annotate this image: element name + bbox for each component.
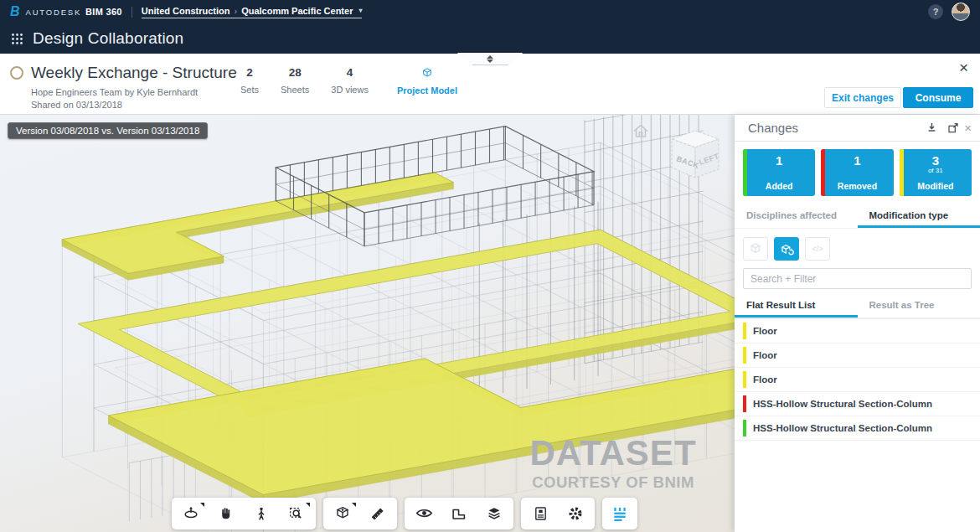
breadcrumb-item[interactable]: Qualcomm Pacific Center: [241, 6, 353, 16]
divider: [132, 7, 132, 18]
exchange-shared-date: Shared on 03/13/2018: [31, 99, 198, 111]
display-tool-group: [405, 498, 513, 529]
changes-panel: Changes ×: [735, 115, 980, 532]
code-icon: </>: [812, 245, 823, 253]
item-label: Floor: [753, 326, 777, 336]
stat-sheets[interactable]: 28 Sheets: [281, 66, 309, 95]
autodesk-logo-icon: B: [10, 5, 20, 18]
breadcrumb-project[interactable]: United Construction: [142, 6, 230, 16]
modified-label: Modified: [917, 181, 953, 191]
list-item[interactable]: Floor: [735, 319, 980, 343]
changes-panel-header: Changes ×: [735, 115, 980, 141]
view-cube[interactable]: BACK LEFT: [662, 127, 729, 187]
cube-icon: [420, 66, 434, 80]
stat-sets[interactable]: 2 Sets: [240, 66, 259, 95]
visibility-button[interactable]: [406, 499, 441, 528]
expand-icon[interactable]: [946, 121, 960, 135]
exchange-meta: Hope Engineers Team by Kyle Bernhardt Sh…: [31, 86, 198, 111]
chevron-up-icon: [487, 55, 493, 59]
list-item[interactable]: HSS-Hollow Structural Section-Column: [735, 416, 980, 441]
list-item[interactable]: HSS-Hollow Structural Section-Column: [735, 392, 980, 416]
modified-sub: of 31: [928, 167, 943, 174]
model-views-button[interactable]: [325, 499, 360, 528]
download-icon[interactable]: [925, 121, 939, 135]
exchange-header: Weekly Exchange - Structure Hope Enginee…: [0, 54, 980, 115]
exchange-team: Hope Engineers Team by Kyle Bernhardt: [31, 86, 198, 99]
main-area: Version 03/08/2018 vs. Version 03/13/201…: [0, 115, 980, 532]
orbit-button[interactable]: [173, 499, 209, 528]
tab-modification-type[interactable]: Modification type: [858, 204, 980, 228]
modified-stripe: [743, 371, 746, 388]
stat-sets-value: 2: [240, 66, 259, 82]
removed-count: 1: [854, 155, 860, 167]
tab-disciplines-affected[interactable]: Disciplines affected: [735, 204, 858, 228]
changes-tool-group: [602, 498, 637, 529]
tab-flat-result-list[interactable]: Flat Result List: [735, 294, 858, 318]
geometry-unchanged-filter-button[interactable]: [743, 237, 768, 261]
zoom-window-button[interactable]: [279, 499, 314, 528]
list-item[interactable]: Floor: [735, 343, 980, 368]
topbar-right: ?: [928, 3, 970, 21]
removed-card[interactable]: 1 Removed: [821, 149, 893, 196]
view-tool-group: [323, 498, 397, 529]
dataset-watermark: DATASET COURTESY OF BNIM: [503, 436, 723, 492]
parameters-changed-filter-button[interactable]: </>: [805, 237, 830, 261]
pan-button[interactable]: [209, 499, 244, 528]
modified-count: 3: [932, 155, 939, 167]
settings-gear-icon[interactable]: [558, 499, 593, 528]
layers-button[interactable]: [477, 499, 512, 528]
flyout-triangle-icon: [352, 503, 356, 507]
top-bar: B AUTODESK BIM 360 United Construction ›…: [0, 0, 980, 23]
brand-label: AUTODESK: [26, 8, 82, 17]
breadcrumb[interactable]: United Construction › Qualcomm Pacific C…: [142, 6, 363, 18]
exchange-title: Weekly Exchange - Structure: [31, 64, 237, 82]
geometry-changed-filter-button[interactable]: [774, 237, 799, 261]
product-label: BIM 360: [85, 7, 122, 17]
viewer-toolbar: [172, 498, 637, 529]
exchange-actions: Exit changes Consume: [824, 87, 973, 108]
collapse-handle[interactable]: [457, 53, 523, 65]
model-viewport[interactable]: Version 03/08/2018 vs. Version 03/13/201…: [0, 115, 735, 532]
stat-3d-views[interactable]: 4 3D views: [331, 66, 369, 95]
changes-panel-title: Changes: [748, 121, 917, 135]
app-bar: Design Collaboration: [0, 23, 980, 54]
filter-tabs: Disciplines affected Modification type: [735, 204, 980, 229]
properties-button[interactable]: [523, 499, 558, 528]
modified-stripe: [900, 149, 904, 196]
measure-button[interactable]: [360, 499, 395, 528]
help-icon[interactable]: ?: [928, 4, 943, 19]
section-button[interactable]: [441, 499, 477, 528]
changes-list-button[interactable]: [604, 499, 636, 528]
breadcrumb-separator: ›: [234, 6, 237, 16]
added-card[interactable]: 1 Added: [743, 149, 815, 196]
close-icon[interactable]: ×: [959, 59, 968, 75]
chevron-down-icon[interactable]: ▾: [358, 7, 362, 14]
apps-grid-icon[interactable]: [11, 33, 23, 45]
page-title: Design Collaboration: [33, 29, 183, 48]
modified-stripe: [743, 323, 746, 339]
modification-type-filters: </>: [735, 229, 980, 268]
version-compare-badge: Version 03/08/2018 vs. Version 03/13/201…: [8, 122, 208, 139]
stat-sheets-value: 28: [281, 66, 309, 82]
home-icon[interactable]: [630, 121, 652, 142]
removed-stripe: [821, 149, 825, 196]
removed-stripe: [743, 395, 746, 412]
stat-sets-label: Sets: [240, 85, 259, 95]
close-icon[interactable]: ×: [964, 121, 972, 134]
stat-sheets-label: Sheets: [281, 85, 309, 95]
avatar[interactable]: [952, 3, 970, 21]
flyout-triangle-icon: [200, 503, 204, 507]
tab-result-as-tree[interactable]: Result as Tree: [858, 294, 980, 318]
consume-button[interactable]: Consume: [903, 87, 973, 108]
first-person-button[interactable]: [244, 499, 279, 528]
list-item[interactable]: Floor: [735, 368, 980, 392]
modified-card[interactable]: 3 of 31 Modified: [900, 149, 972, 196]
search-input[interactable]: [743, 268, 972, 289]
change-summary-cards: 1 Added 1 Removed 3 of 31 Modified: [735, 142, 980, 204]
search-area: [735, 268, 980, 289]
project-model-link[interactable]: Project Model: [397, 66, 457, 96]
result-list: Floor Floor Floor HSS-Hollow Structural …: [735, 318, 980, 441]
exit-changes-button[interactable]: Exit changes: [824, 87, 901, 108]
stat-3d-views-value: 4: [331, 66, 369, 82]
chevron-down-icon: [487, 59, 493, 63]
